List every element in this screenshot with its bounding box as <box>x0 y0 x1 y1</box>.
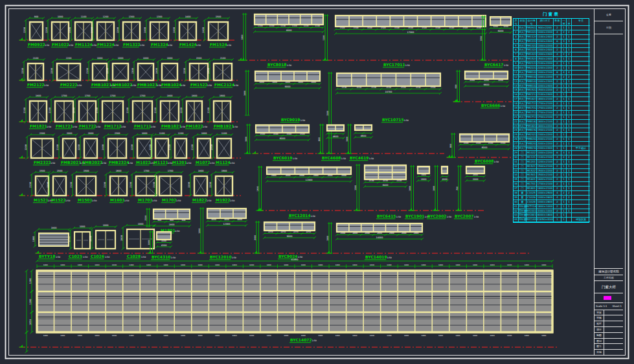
schedule-cell: 1000×2800 <box>537 200 554 205</box>
schedule-row: 37门M18011800×2100211 <box>514 187 589 191</box>
dim-text: 2200 <box>131 144 133 150</box>
schedule-cell: 17 <box>514 97 519 102</box>
window-detail-C1025: 25001000C10251:50 <box>68 225 93 259</box>
schedule-cell: 1 <box>561 169 567 174</box>
dim-text: 2000 <box>402 232 407 234</box>
schedule-cell: 2300×2200 <box>537 133 554 137</box>
dim-text: 2000 <box>271 174 277 177</box>
dim-text: 1400 <box>421 264 425 266</box>
dim-text: 1400 <box>112 264 117 266</box>
dim-text: 2200 <box>117 27 119 33</box>
schedule-cell: 1 <box>561 128 567 133</box>
field-label: 审核 <box>594 315 604 321</box>
schedule-cell: 4 <box>561 71 567 75</box>
schedule-cell: 2 <box>554 128 561 133</box>
schedule-cell <box>572 205 590 209</box>
schedule-cell: 2 <box>554 26 561 30</box>
dim-text: 1800 <box>167 95 173 97</box>
schedule-cell: 3 <box>561 40 567 44</box>
dim-text: 2200 <box>23 27 26 33</box>
scale-row: Scale 1:1 Sheet 1 <box>594 303 623 310</box>
band-window-BYC6008: 15001500150015006000800BYC60081:50 <box>449 133 510 164</box>
schedule-cell <box>572 80 590 84</box>
dim-text: 2130 <box>369 179 374 182</box>
schedule-row: 14防火门FMB10241000×2400211 <box>514 84 589 89</box>
detail-label: FM1722 <box>79 124 96 128</box>
schedule-cell: 1 <box>567 84 572 89</box>
schedule-cell: 1 <box>561 177 567 182</box>
schedule-cell: 2 <box>567 191 572 196</box>
dim-text: 1:50 <box>287 64 291 67</box>
title-block-row: 制图 <box>594 333 623 339</box>
detail-label: M1072 <box>196 160 210 165</box>
dim-text: 2200 <box>484 79 489 82</box>
detail-label: M1121 <box>153 160 168 165</box>
dim-text: 1400 <box>507 264 512 266</box>
dim-text: 1800 <box>272 81 277 84</box>
dim-text: 1:50 <box>207 84 212 87</box>
schedule-cell: 2 <box>554 165 561 169</box>
dim-text: 1:50 <box>152 199 157 202</box>
dim-text: 1:50 <box>234 84 238 87</box>
dim-text: 1800 <box>192 95 198 97</box>
schedule-cell: 1 <box>561 106 567 111</box>
dim-text: 2100 <box>70 182 73 188</box>
schedule-cell: 2 <box>554 205 561 209</box>
schedule-row: 8防火门FM15241500×2400211 <box>514 57 589 62</box>
schedule-grid: 序号类别设计编号洞口尺寸数量一层二层备注1防火门FM0922900×220021… <box>513 18 589 223</box>
schedule-cell: 30 <box>514 155 519 160</box>
schedule-cell: 现场实测 <box>572 218 590 222</box>
schedule-cell: 14 <box>514 84 519 89</box>
schedule-cell: 1 <box>567 44 572 49</box>
detail-label: BYC9019 <box>281 117 300 122</box>
dim-text: 1500 <box>216 16 221 18</box>
detail-label: FMB1024 <box>161 82 181 87</box>
dim-text: 4300 <box>161 240 166 242</box>
schedule-cell: 4 <box>554 155 561 160</box>
dim-text: 2200 <box>470 79 475 82</box>
dim-text: 1:50 <box>92 199 96 202</box>
schedule-cell: FM2122 <box>526 62 537 66</box>
dim-text: 2000 <box>377 232 382 234</box>
dim-text: 1:50 <box>121 126 126 128</box>
schedule-cell: 门 <box>519 177 526 182</box>
detail-label: BYC1901 <box>405 214 424 218</box>
schedule-row: 40窗C10281000×2800211 <box>514 200 589 205</box>
dim-text: 1:50 <box>404 119 409 122</box>
dim-text: 1300 <box>129 16 135 18</box>
dim-text: 2200 <box>47 182 49 188</box>
dim-text: 1530 <box>371 86 376 89</box>
dim-text: 1500 <box>196 57 202 60</box>
field-label: 图号 <box>594 344 604 349</box>
schedule-cell <box>572 182 590 187</box>
schedule-cell: 门 <box>519 160 526 165</box>
dim-text: 1500 <box>57 170 63 172</box>
dim-text: 3200 <box>503 25 508 28</box>
dim-text: 6400 <box>498 30 504 32</box>
schedule-cell: M1201 <box>526 160 537 165</box>
dim-text: 1400 <box>387 334 391 337</box>
dim-text: 4600 <box>333 135 339 138</box>
dim-text: 4000 <box>237 218 242 221</box>
dim-text: 1000 <box>138 223 144 225</box>
door-detail-M1201: 21001200M12011:50 <box>168 132 192 165</box>
dim-text: 6000 <box>280 137 286 140</box>
dim-text: 1400 <box>129 264 133 266</box>
schedule-cell: 1 <box>567 173 572 177</box>
door-detail-FM1322: 22001300FM13221:50 <box>117 16 145 47</box>
dim-text: 1800 <box>169 223 175 226</box>
dim-text: 4000 <box>224 218 229 221</box>
detail-label: FMB2021 <box>61 160 81 165</box>
detail-label: BYC4608 <box>322 155 341 160</box>
firm-name: 建筑设计研究院 <box>594 269 623 275</box>
dim-text: 1:50 <box>171 256 175 259</box>
schedule-cell: 2 <box>554 88 561 93</box>
dim-text: 2130 <box>397 179 402 182</box>
dim-text: 1900 <box>220 95 225 97</box>
dim-text: 2100 <box>96 108 98 113</box>
detail-label: BYC14019 <box>365 255 387 259</box>
schedule-cell: 防火门 <box>519 133 526 137</box>
schedule-cell: 1500×2100 <box>537 173 554 177</box>
dim-text: 12000 <box>306 179 313 181</box>
dim-text: 1:50 <box>105 256 109 258</box>
